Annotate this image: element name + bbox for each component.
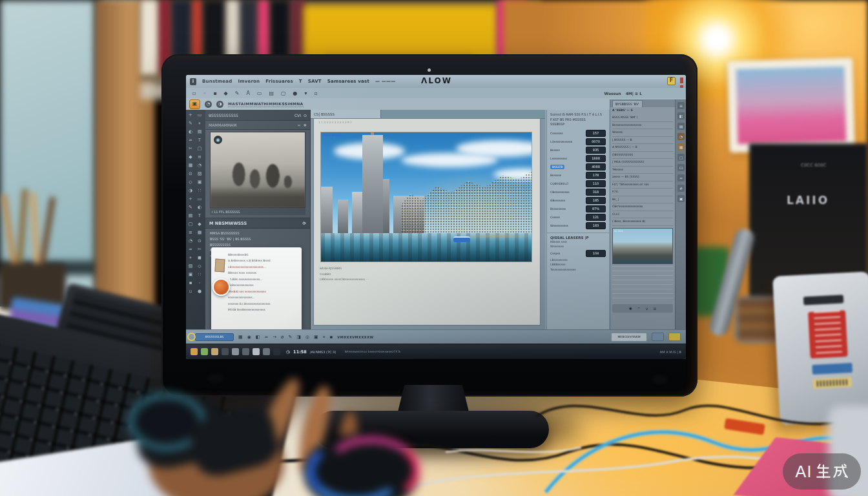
adjustment-value-field[interactable]: 157 [586, 130, 606, 137]
layer-row[interactable]: A MSSSSSS | — B [612, 144, 673, 152]
tool-icon[interactable]: ▦ [195, 229, 204, 237]
document-tab[interactable]: CS| BSSSSS [311, 110, 381, 118]
layer-row[interactable]: CBs'ssssssssssssssss [612, 203, 673, 211]
tool-icon[interactable]: ▧ [195, 170, 204, 178]
toolbar-icon[interactable]: ◉ [247, 335, 251, 340]
panel-strip-icon[interactable]: ≡ [677, 102, 685, 109]
quickbar-icon[interactable]: ▢ [281, 90, 286, 96]
layers-tab[interactable]: BYSBBSSS 'BV' [612, 100, 643, 107]
toolbar-icon[interactable]: ✎ [288, 335, 292, 340]
adjustment-value-field[interactable]: 0070 [586, 138, 606, 145]
blue-corner-button[interactable] [652, 333, 664, 341]
panel-strip-icon[interactable]: ≈ [677, 174, 685, 181]
yellow-corner-button[interactable] [668, 333, 681, 341]
layer-row[interactable]: | MSA (SSSSSSSSSSS) [612, 159, 673, 167]
adjustment-value-field[interactable]: 1888 [586, 155, 606, 162]
tool-icon[interactable]: ◇ [186, 178, 195, 187]
tool-icon[interactable]: ◆ [195, 220, 204, 229]
panel-footer-icon[interactable]: ^ [637, 306, 641, 311]
tool-icon[interactable]: ▭ [195, 195, 204, 203]
adjustment-value-field[interactable]: 87% [586, 205, 606, 212]
quickbar-icon[interactable]: ▤ [269, 90, 274, 96]
adjustment-value-field[interactable]: 4088 [586, 163, 606, 170]
tool-icon[interactable]: ≡ [186, 229, 195, 237]
taskbar-app-icon[interactable] [191, 348, 198, 355]
toolbar-icon[interactable]: ▣ [314, 335, 318, 340]
quickbar-icon[interactable]: ▪ [213, 90, 216, 96]
taskbar-app-icon[interactable] [253, 348, 260, 355]
panel-strip-icon[interactable]: ⊡ [677, 164, 685, 171]
tool-icon[interactable]: ● [195, 287, 204, 296]
tool-icon[interactable]: ✎ [186, 203, 195, 212]
layer-row[interactable]: assss — BS (SSSS) [612, 174, 673, 181]
tool-icon[interactable]: ◐ [186, 128, 195, 136]
corner-badge-icon[interactable]: F [667, 77, 676, 85]
tool-icon[interactable]: ▫ [186, 287, 195, 296]
layer-row[interactable]: ICSL [612, 189, 673, 196]
adjustment-value-field[interactable]: 935 [586, 147, 606, 154]
tool-icon[interactable]: ≡ [195, 153, 204, 161]
toolbar-segment-button[interactable]: BSSSSSSLBS [195, 333, 234, 341]
layer-thumbnail[interactable]: ss ssss [612, 228, 673, 264]
tool-icon[interactable]: ⊙ [186, 170, 195, 178]
tool-icon[interactable]: + [186, 195, 195, 203]
refresh-icon[interactable]: ⟳ [303, 221, 306, 226]
wave-icon[interactable]: ≈ [298, 123, 301, 127]
taskbar-app-icon[interactable] [232, 348, 239, 355]
adjustment-value-field[interactable]: 178 [586, 172, 606, 179]
menu-item[interactable]: Bunstmead [202, 79, 232, 84]
tool-icon[interactable]: ◑ [186, 187, 195, 195]
document-canvas[interactable]: 1133333333397 [313, 118, 541, 326]
tool-icon[interactable]: T [195, 212, 204, 220]
tool-icon[interactable]: ⊙ [195, 237, 204, 245]
tool-icon[interactable]: ▤ [195, 128, 204, 136]
layer-row[interactable]: ( Bsss, Bsssssssssss B) [612, 218, 673, 226]
toolbar-icon[interactable]: ◧ [256, 335, 260, 340]
toolbar-icon[interactable]: ø [281, 335, 284, 340]
app-icon[interactable]: i [190, 78, 196, 85]
edited-photo[interactable]: M10 Bsss4 ..... [320, 132, 532, 262]
toolbar-icon[interactable]: → [273, 335, 276, 340]
panel-footer-icon[interactable]: v [646, 306, 648, 311]
layer-row[interactable]: Wsssss [612, 129, 673, 137]
adjustment-value-field[interactable]: 121 [586, 214, 606, 221]
tool-icon[interactable]: ◐ [195, 203, 204, 212]
layer-row[interactable]: Bs_ | [612, 196, 673, 204]
taskbar-app-icon[interactable] [273, 348, 280, 355]
menu-item[interactable]: T [299, 79, 302, 84]
quickbar-icon[interactable]: ◦ [203, 90, 206, 96]
tool-icon[interactable]: ≈ [186, 136, 195, 145]
tool-icon[interactable]: ◆ [186, 153, 195, 161]
flourish-icon[interactable]: ❖ [304, 123, 307, 127]
tool-icon[interactable]: ▣ [186, 271, 195, 279]
tool-icon[interactable]: ▭ [195, 111, 204, 119]
toolbar-icon[interactable]: ▦ [238, 335, 243, 340]
tool-icon[interactable]: ∷ [195, 187, 204, 195]
tool-icon[interactable]: ▢ [195, 145, 204, 153]
quickbar-icon[interactable]: ● [293, 90, 298, 96]
tool-icon[interactable]: ▦ [186, 161, 195, 170]
menu-item[interactable]: — ——— [375, 79, 395, 84]
menu-item[interactable]: SAVT [308, 79, 322, 84]
taskbar-app-icon[interactable] [242, 348, 249, 355]
tool-icon[interactable]: T [195, 136, 204, 145]
tool-icon[interactable]: ◦ [195, 279, 204, 287]
tool-icon[interactable]: ◇ [195, 262, 204, 271]
tool-icon[interactable]: ◔ [186, 237, 195, 245]
preview-thumbnail[interactable]: ◉ [210, 132, 305, 208]
layer-row[interactable]: CLLC [612, 211, 673, 219]
layer-row[interactable]: 'Msssss [612, 167, 673, 174]
tool-icon[interactable]: ◼ [195, 254, 204, 262]
menu-item[interactable]: Samsarees vast [327, 79, 369, 84]
tool-icon[interactable]: ✎ [186, 119, 195, 128]
tool-icon[interactable]: ▪ [186, 279, 195, 287]
panel-footer-icon[interactable]: ✱ [629, 306, 632, 311]
adjustment-value-field[interactable]: 318 [586, 189, 606, 196]
menu-item[interactable]: Frissuares [265, 79, 293, 84]
adjustment-value-field[interactable]: 104 [586, 250, 606, 257]
tool-icon[interactable]: ∷ [195, 271, 204, 279]
tool-icon[interactable]: + [186, 111, 195, 119]
quickbar-icon[interactable]: ▫ [192, 90, 196, 96]
panel-menu-icon[interactable]: ⊙ [304, 113, 307, 118]
tool-icon[interactable]: ✂ [195, 245, 204, 254]
